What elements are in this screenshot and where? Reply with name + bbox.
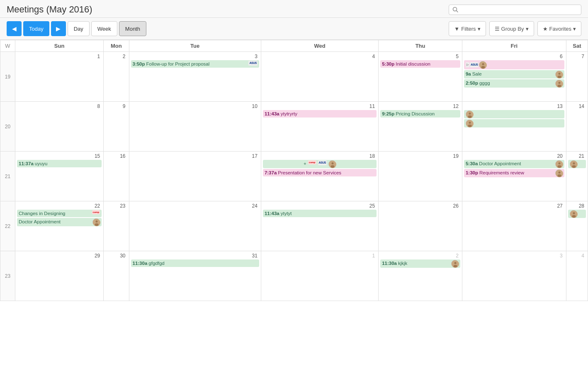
page-title: Meetings (May 2016) <box>7 4 92 15</box>
calendar-day-cell[interactable]: 2511:43aytytyt <box>261 201 378 251</box>
event[interactable] <box>464 119 564 127</box>
plus-icon: + <box>304 160 306 167</box>
event-label: kjkjk <box>398 260 450 267</box>
calendar-day-cell[interactable]: 6▷ASUS 9aSale 2:50pgggg <box>462 52 566 102</box>
event[interactable]: 11:30agfgdfgd <box>131 259 259 267</box>
calendar-day-cell[interactable]: 30 <box>104 251 129 301</box>
prev-button[interactable]: ◀ <box>7 21 22 36</box>
avatar <box>555 169 563 177</box>
calendar-day-cell[interactable]: 13 <box>462 102 566 152</box>
calendar-day-cell[interactable]: 4 <box>261 52 378 102</box>
groupby-button[interactable]: ☰ Group By ▾ <box>489 21 534 36</box>
event-label: Initial discussion <box>396 61 459 67</box>
calendar-day-cell[interactable]: 21 <box>566 152 588 201</box>
day-number: 24 <box>131 202 259 210</box>
calendar-day-cell[interactable]: 2 <box>104 52 129 102</box>
groupby-chevron: ▾ <box>526 26 529 32</box>
calendar-day-cell[interactable]: 33:50pFollow-up for Project proposalASUS <box>129 52 261 102</box>
event-label: Doctor Appointment <box>479 160 554 167</box>
header-sat: Sat <box>566 40 588 52</box>
day-number: 2 <box>380 252 460 259</box>
calendar-day-cell[interactable]: 129:25pPricing Discussion <box>379 102 462 152</box>
event[interactable]: 11:43aytytyt <box>263 210 377 217</box>
event[interactable]: Doctor Appointment <box>17 218 102 226</box>
header-sun: Sun <box>15 40 104 52</box>
calendar-day-cell[interactable]: 26 <box>379 201 462 251</box>
week-number: 22 <box>0 201 15 251</box>
day-number: 27 <box>464 202 564 210</box>
calendar-day-cell[interactable]: 27 <box>462 201 566 251</box>
event[interactable] <box>464 110 564 118</box>
day-number: 21 <box>568 152 586 160</box>
calendar-day-cell[interactable]: 24 <box>129 201 261 251</box>
event[interactable]: 5:30pInitial discussion <box>380 60 460 68</box>
calendar-day-cell[interactable]: 1 <box>15 52 104 102</box>
toolbar: ◀ Today ▶ Day Week Month ▼ Filters ▾ ☰ G… <box>0 18 588 40</box>
calendar-day-cell[interactable]: 23 <box>104 201 129 251</box>
event[interactable]: 7:37aPresentation for new Services <box>263 169 377 176</box>
event-label: Requirements review <box>479 169 554 176</box>
favorites-chevron: ▾ <box>573 26 576 32</box>
filter-icon: ▼ <box>454 26 459 32</box>
event[interactable] <box>568 160 586 168</box>
today-button[interactable]: Today <box>23 21 49 36</box>
day-number: 1 <box>17 53 102 60</box>
filters-button[interactable]: ▼ Filters ▾ <box>449 21 486 36</box>
calendar-day-cell[interactable]: 9 <box>104 102 129 152</box>
calendar-day-cell[interactable]: 1511:37auyuyu <box>15 152 104 201</box>
calendar-week-row: 2329303111:30agfgdfgd1211:30akjkjk 34 <box>0 251 588 301</box>
search-box[interactable] <box>449 5 581 15</box>
event-label: ytytryrty <box>281 110 375 117</box>
svg-point-13 <box>468 115 471 118</box>
calendar-day-cell[interactable]: 3 <box>462 251 566 301</box>
day-number: 6 <box>464 53 564 60</box>
day-number: 30 <box>105 252 127 259</box>
event[interactable]: Changes in Designingcamp <box>17 210 102 217</box>
calendar-day-cell[interactable]: 3111:30agfgdfgd <box>129 251 261 301</box>
calendar-day-cell[interactable]: 17 <box>129 152 261 201</box>
event[interactable]: 1:30pRequirements review <box>464 169 564 177</box>
calendar-day-cell[interactable]: 29 <box>15 251 104 301</box>
event[interactable]: ▷ASUS <box>464 60 564 69</box>
event[interactable]: 9:25pPricing Discussion <box>380 110 460 118</box>
next-button[interactable]: ▶ <box>51 21 66 36</box>
calendar-day-cell[interactable]: 18+campASUS 7:37aPresentation for new Se… <box>261 152 378 201</box>
favorites-button[interactable]: ★ Favorites ▾ <box>537 21 581 36</box>
calendar-day-cell[interactable]: 7 <box>566 52 588 102</box>
event[interactable]: 11:30akjkjk <box>380 259 460 268</box>
event-time: 11:43a <box>265 110 279 117</box>
calendar-day-cell[interactable]: 10 <box>129 102 261 152</box>
event[interactable]: 2:50pgggg <box>464 79 564 88</box>
calendar-day-cell[interactable]: 4 <box>566 251 588 301</box>
calendar-day-cell[interactable]: 1111:43aytytryrty <box>261 102 378 152</box>
event-time: 11:30a <box>382 260 397 267</box>
calendar-day-cell[interactable]: 1 <box>261 251 378 301</box>
event-label: Presentation for new Services <box>278 169 375 176</box>
event[interactable]: 11:43aytytryrty <box>263 110 377 118</box>
event-label: ytytyt <box>281 210 375 217</box>
event[interactable]: +campASUS <box>263 160 377 168</box>
view-week-button[interactable]: Week <box>91 21 117 36</box>
calendar-day-cell[interactable]: 55:30pInitial discussion <box>379 52 462 102</box>
event[interactable]: 9aSale <box>464 70 564 78</box>
event[interactable]: 11:37auyuyu <box>17 160 102 167</box>
event[interactable]: 5:30aDoctor Appointment <box>464 160 564 168</box>
calendar-day-cell[interactable]: 8 <box>15 102 104 152</box>
calendar-day-cell[interactable]: 211:30akjkjk <box>379 251 462 301</box>
day-number: 4 <box>568 252 586 259</box>
avatar <box>555 80 563 87</box>
calendar-day-cell[interactable]: 22Changes in DesigningcampDoctor Appoint… <box>15 201 104 251</box>
svg-point-10 <box>557 85 561 87</box>
event[interactable]: 3:50pFollow-up for Project proposalASUS <box>131 60 259 68</box>
calendar-day-cell[interactable]: 205:30aDoctor Appointment 1:30pRequireme… <box>462 152 566 201</box>
event[interactable] <box>568 210 586 218</box>
calendar-day-cell[interactable]: 14 <box>566 102 588 152</box>
calendar-day-cell[interactable]: 19 <box>379 152 462 201</box>
svg-point-15 <box>469 122 471 124</box>
view-month-button[interactable]: Month <box>119 21 146 36</box>
calendar-day-cell[interactable]: 16 <box>104 152 129 201</box>
search-input[interactable] <box>460 7 578 13</box>
svg-point-24 <box>558 171 560 174</box>
view-day-button[interactable]: Day <box>68 21 90 36</box>
calendar-day-cell[interactable]: 28 <box>566 201 588 251</box>
